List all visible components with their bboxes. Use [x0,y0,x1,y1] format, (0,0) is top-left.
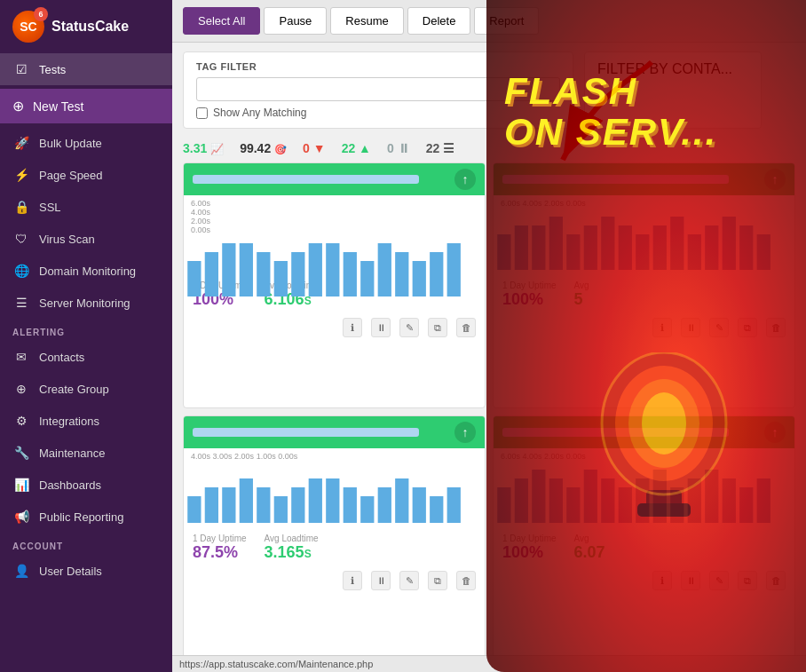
virus-icon: 🛡 [12,232,30,246]
delete-icon-2[interactable]: 🗑 [766,318,786,337]
pause-icon[interactable]: ⏸ [371,318,391,337]
sidebar-item-maintenance[interactable]: 🔧 Maintenance [0,437,172,469]
sidebar-item-domain-monitoring[interactable]: 🌐 Domain Monitoring [0,255,172,287]
sidebar-item-page-speed[interactable]: ⚡ Page Speed [0,159,172,191]
card-2-actions: ℹ ⏸ ✎ ⧉ 🗑 [494,314,794,344]
new-test-button[interactable]: ⊕ New Test [0,89,172,123]
info-icon-4[interactable]: ℹ [652,571,672,590]
show-any-matching-checkbox[interactable] [196,107,208,119]
delete-icon-4[interactable]: 🗑 [766,571,786,590]
report-button[interactable]: Report [474,7,539,35]
list-icon: ☰ [12,296,30,310]
filter-area: TAG FILTER Show Any Matching FILTER BY C… [172,43,806,138]
total-stat: 22 ☰ [426,141,454,155]
info-icon-3[interactable]: ℹ [343,571,362,590]
sidebar-item-bulk-update[interactable]: 🚀 Bulk Update [0,127,172,159]
card-3-header: ↑ [184,416,485,448]
resume-button[interactable]: Resume [330,7,403,35]
svg-rect-34 [205,487,218,523]
sidebar-item-public-reporting[interactable]: 📢 Public Reporting [0,501,172,533]
maintenance-icon: 🔧 [12,446,30,460]
tests-icon: ☑ [12,62,30,76]
pause-button[interactable]: Pause [264,7,327,35]
edit-icon[interactable]: ✎ [399,318,419,337]
svg-rect-33 [187,496,201,523]
svg-rect-63 [739,487,753,523]
sidebar-item-create-group[interactable]: ⊕ Create Group [0,373,172,405]
info-icon-2[interactable]: ℹ [652,318,672,337]
toolbar: Select All Pause Resume Delete Report [172,0,806,43]
svg-rect-4 [240,243,253,296]
copy-icon-2[interactable]: ⧉ [738,318,757,337]
card-3-loadtime-label: Avg Loadtime [265,534,319,543]
sidebar-item-tests[interactable]: ☑ Tests [0,53,172,85]
pause-icon-4[interactable]: ⏸ [681,571,700,590]
alerting-header: ALERTING [0,319,172,341]
copy-icon-4[interactable]: ⧉ [738,571,757,590]
plus-icon: ⊕ [12,98,24,115]
pause-icon-3[interactable]: ⏸ [371,571,391,590]
uptime-value: 99.42 [240,141,271,155]
copy-icon-3[interactable]: ⧉ [428,571,447,590]
pause-icon-2[interactable]: ⏸ [681,318,700,337]
card-2-loadtime-value: 5 [574,290,583,308]
svg-rect-50 [515,478,528,523]
sidebar-item-contacts[interactable]: ✉ Contacts [0,341,172,373]
card-2-header: ↑ [494,163,794,195]
svg-rect-19 [532,225,545,270]
speedometer-icon: ⚡ [12,168,30,182]
svg-rect-51 [532,470,545,523]
svg-rect-1 [187,261,201,296]
delete-icon[interactable]: 🗑 [456,318,476,337]
page-speed-label: Page Speed [39,169,103,182]
copy-icon[interactable]: ⧉ [428,318,447,337]
card-2-title [502,175,729,184]
show-any-matching-row: Show Any Matching [196,107,560,119]
main-content: Select All Pause Resume Delete Report TA… [172,0,806,672]
sidebar-item-virus-scan[interactable]: 🛡 Virus Scan [0,223,172,255]
monitor-card-3: ↑ 4.00s 3.00s 2.00s 1.00s 0.00s [183,415,486,661]
svg-rect-22 [584,225,597,270]
trend-icon: 📈 [210,143,224,155]
sidebar-item-dashboards[interactable]: 📊 Dashboards [0,469,172,501]
envelope-icon: ✉ [12,350,30,364]
monitor-card-2: ↑ 6.00s 4.00s 2.00s 0.00s [493,162,795,408]
sidebar-item-integrations[interactable]: ⚙ Integrations [0,405,172,437]
svg-rect-52 [549,478,563,523]
stats-bar: 3.31 📈 99.42 🎯 0 ▼ 22 ▲ 0 ⏸ 22 ☰ [172,138,806,162]
svg-rect-7 [291,252,304,296]
monitor-card-4: ↑ 6.00s 4.00s 2.00s 0.00s [493,415,795,661]
sidebar-item-server-monitoring[interactable]: ☰ Server Monitoring [0,287,172,319]
svg-rect-36 [240,478,253,523]
tag-filter-input[interactable] [196,77,560,101]
card-2-status-icon: ↑ [764,169,786,190]
svg-rect-43 [360,496,374,523]
delete-icon-3[interactable]: 🗑 [456,571,476,590]
user-icon: 👤 [12,564,30,578]
info-icon[interactable]: ℹ [343,318,362,337]
edit-icon-3[interactable]: ✎ [399,571,419,590]
edit-icon-2[interactable]: ✎ [709,318,729,337]
dashboards-label: Dashboards [39,478,101,492]
delete-button[interactable]: Delete [407,7,471,35]
select-all-button[interactable]: Select All [183,7,260,35]
card-4-chart [494,461,794,527]
edit-icon-4[interactable]: ✎ [709,571,729,590]
card-3-title [193,428,419,437]
dashboard-icon: 📊 [12,478,30,492]
public-reporting-label: Public Reporting [39,510,123,524]
ssl-label: SSL [39,201,61,214]
notification-badge: 6 [34,7,48,21]
sidebar-item-user-details[interactable]: 👤 User Details [0,555,172,587]
svg-rect-60 [688,478,701,523]
card-4-loadtime-value: 6.07 [574,543,605,561]
up-icon: ▲ [359,141,371,155]
up-value: 22 [342,141,356,155]
pause-value: 0 [387,141,394,155]
sidebar-item-ssl[interactable]: 🔒 SSL [0,191,172,223]
card-4-title [502,428,729,437]
svg-rect-64 [757,478,770,523]
svg-rect-45 [395,478,408,523]
svg-rect-5 [257,252,270,296]
card-3-uptime-value: 87.5% [193,543,238,561]
